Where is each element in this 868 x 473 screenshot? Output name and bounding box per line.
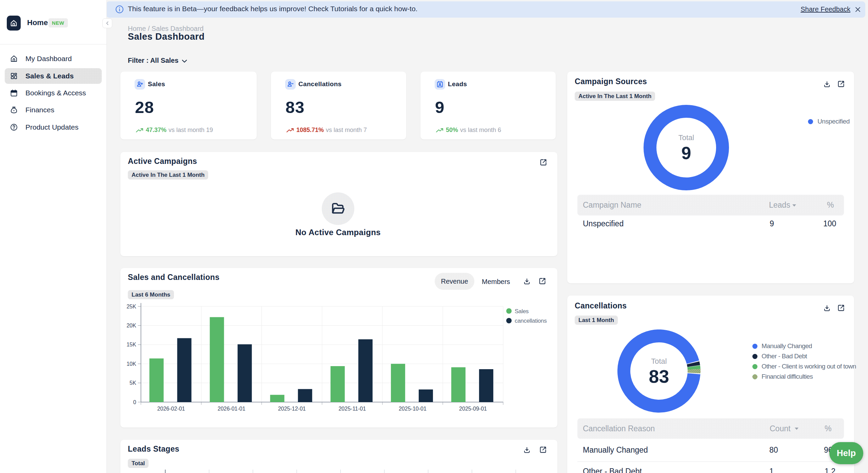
svg-text:Sales: Sales (515, 308, 529, 315)
svg-text:cancellations: cancellations (515, 318, 547, 324)
svg-text:15K: 15K (126, 342, 136, 347)
svg-text:2025-12-01: 2025-12-01 (278, 406, 306, 412)
svg-text:2025-10-01: 2025-10-01 (399, 406, 427, 412)
svg-text:10K: 10K (126, 361, 136, 367)
svg-text:2025-11-01: 2025-11-01 (338, 406, 366, 412)
svg-text:20K: 20K (126, 323, 136, 328)
svg-text:2026-01-01: 2026-01-01 (218, 406, 245, 412)
svg-text:25K: 25K (126, 304, 136, 309)
svg-text:5K: 5K (130, 380, 136, 386)
svg-text:2025-09-01: 2025-09-01 (459, 406, 487, 412)
svg-text:2026-02-01: 2026-02-01 (157, 406, 185, 412)
svg-text:0: 0 (133, 399, 136, 405)
